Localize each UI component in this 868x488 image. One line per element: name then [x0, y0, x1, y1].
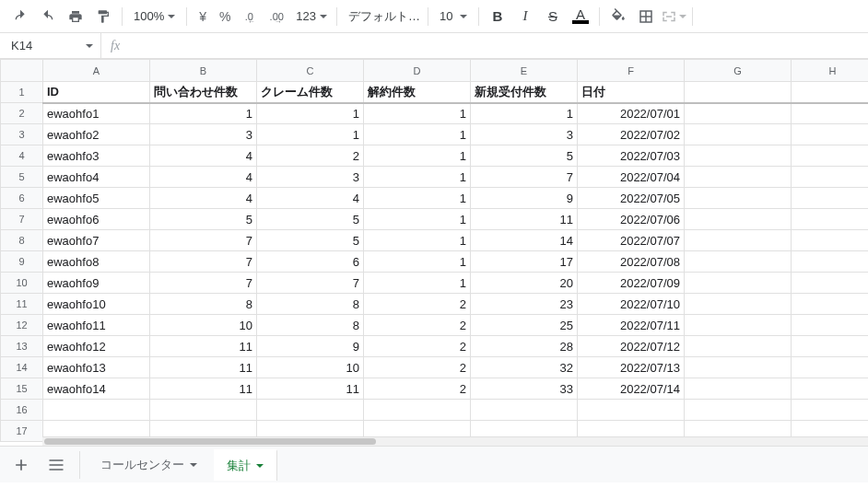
cell[interactable]: ewaohfo4: [43, 167, 150, 188]
cell[interactable]: 1: [257, 103, 364, 124]
fill-color-button[interactable]: [605, 5, 631, 29]
cell[interactable]: 1: [257, 124, 364, 145]
cell[interactable]: 2022/07/08: [578, 251, 685, 273]
row-header[interactable]: 8: [1, 230, 43, 251]
scrollbar-thumb[interactable]: [44, 438, 376, 445]
row-header[interactable]: 15: [1, 378, 43, 400]
cell[interactable]: ewaohfo3: [43, 145, 150, 167]
cell[interactable]: 33: [471, 378, 578, 400]
cell[interactable]: 2: [364, 315, 471, 336]
zoom-dropdown[interactable]: 100%: [128, 5, 181, 29]
cell[interactable]: ewaohfo10: [43, 294, 150, 315]
cell[interactable]: [685, 294, 792, 315]
cell[interactable]: [792, 124, 869, 145]
cell[interactable]: [792, 336, 869, 357]
cell[interactable]: ewaohfo11: [43, 315, 150, 336]
sheet-tab-callcenter[interactable]: コールセンター: [88, 449, 210, 481]
row-header[interactable]: 16: [1, 400, 43, 421]
cell[interactable]: [792, 251, 869, 273]
cell[interactable]: [685, 251, 792, 273]
cell[interactable]: 4: [150, 188, 257, 209]
cell[interactable]: 14: [471, 230, 578, 251]
cell[interactable]: [792, 273, 869, 294]
cell[interactable]: 10: [150, 315, 257, 336]
cell[interactable]: 11: [150, 378, 257, 400]
cell[interactable]: [685, 103, 792, 124]
cell[interactable]: 6: [257, 251, 364, 273]
cell[interactable]: [792, 103, 869, 124]
cell[interactable]: 5: [471, 145, 578, 167]
cell[interactable]: ID: [43, 82, 150, 103]
spreadsheet-grid[interactable]: A B C D E F G H 1ID問い合わせ件数クレーム件数解約件数新規受付…: [0, 59, 868, 446]
cell[interactable]: 7: [150, 230, 257, 251]
cell[interactable]: 8: [257, 294, 364, 315]
currency-button[interactable]: ¥: [193, 5, 213, 29]
cell[interactable]: [685, 209, 792, 230]
italic-button[interactable]: I: [512, 5, 538, 29]
bold-button[interactable]: B: [485, 5, 510, 29]
cell[interactable]: 3: [150, 124, 257, 145]
cell[interactable]: 日付: [578, 82, 685, 103]
cell[interactable]: [792, 400, 869, 421]
cell[interactable]: 4: [150, 145, 257, 167]
row-header[interactable]: 1: [1, 82, 43, 103]
cell[interactable]: [685, 167, 792, 188]
cell[interactable]: [792, 167, 869, 188]
cell[interactable]: [792, 209, 869, 230]
cell[interactable]: 1: [364, 145, 471, 167]
cell[interactable]: 2022/07/06: [578, 209, 685, 230]
cell[interactable]: [792, 357, 869, 378]
cell[interactable]: [685, 273, 792, 294]
cell[interactable]: [685, 124, 792, 145]
row-header[interactable]: 3: [1, 124, 43, 145]
cell[interactable]: [792, 378, 869, 400]
cell[interactable]: [792, 145, 869, 167]
row-header[interactable]: 7: [1, 209, 43, 230]
cell[interactable]: [685, 400, 792, 421]
add-sheet-button[interactable]: [6, 451, 37, 479]
cell[interactable]: 9: [257, 336, 364, 357]
cell[interactable]: 1: [364, 273, 471, 294]
cell[interactable]: 2: [364, 336, 471, 357]
cell[interactable]: 3: [471, 124, 578, 145]
cell[interactable]: 2022/07/11: [578, 315, 685, 336]
cell[interactable]: ewaohfo9: [43, 273, 150, 294]
cell[interactable]: ewaohfo1: [43, 103, 150, 124]
cell[interactable]: 10: [257, 357, 364, 378]
row-header[interactable]: 2: [1, 103, 43, 124]
cell[interactable]: [471, 400, 578, 421]
cell[interactable]: 2: [257, 145, 364, 167]
cell[interactable]: 5: [257, 209, 364, 230]
cell[interactable]: 20: [471, 273, 578, 294]
cell[interactable]: 7: [257, 273, 364, 294]
cell[interactable]: 2022/07/07: [578, 230, 685, 251]
row-header[interactable]: 9: [1, 251, 43, 273]
cell[interactable]: 2022/07/13: [578, 357, 685, 378]
cell[interactable]: 25: [471, 315, 578, 336]
row-header[interactable]: 10: [1, 273, 43, 294]
increase-decimal-button[interactable]: .00→: [263, 5, 290, 29]
cell[interactable]: 9: [471, 188, 578, 209]
cell[interactable]: クレーム件数: [257, 82, 364, 103]
cell[interactable]: ewaohfo14: [43, 378, 150, 400]
undo-button[interactable]: [7, 5, 33, 29]
cell[interactable]: [364, 400, 471, 421]
cell[interactable]: 2022/07/01: [578, 103, 685, 124]
borders-button[interactable]: [633, 5, 659, 29]
col-header[interactable]: G: [685, 60, 792, 82]
cell[interactable]: 2022/07/09: [578, 273, 685, 294]
cell[interactable]: 新規受付件数: [471, 82, 578, 103]
row-header[interactable]: 5: [1, 167, 43, 188]
cell[interactable]: 2022/07/05: [578, 188, 685, 209]
cell[interactable]: 8: [150, 294, 257, 315]
number-format-dropdown[interactable]: 123: [292, 5, 331, 29]
cell[interactable]: ewaohfo8: [43, 251, 150, 273]
row-header[interactable]: 4: [1, 145, 43, 167]
cell[interactable]: 2: [364, 378, 471, 400]
cell[interactable]: [578, 400, 685, 421]
cell[interactable]: [685, 357, 792, 378]
text-color-button[interactable]: A: [568, 5, 593, 29]
cell[interactable]: 1: [364, 167, 471, 188]
cell[interactable]: [685, 378, 792, 400]
cell[interactable]: [257, 400, 364, 421]
